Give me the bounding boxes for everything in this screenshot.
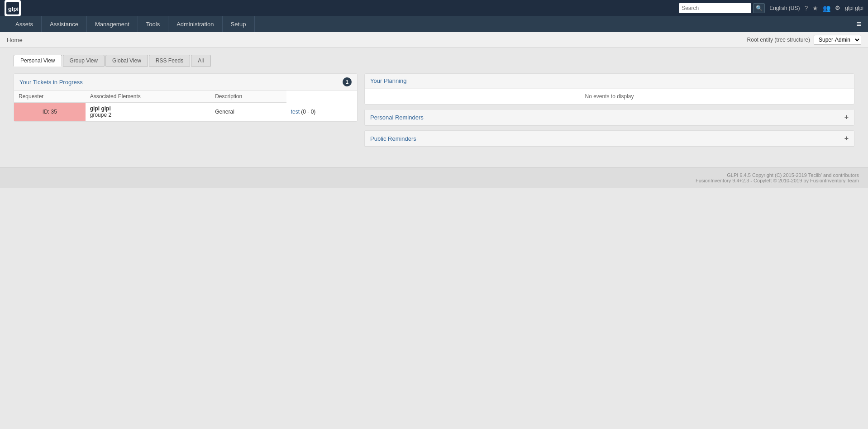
- entity-selector: Root entity (tree structure) Super-Admin: [747, 35, 861, 45]
- tickets-table-head: Requester Associated Elements Descriptio…: [14, 91, 357, 103]
- top-bar: glpi 🔍 English (US) ? ★ 👥 ⚙ glpi glpi: [0, 0, 868, 16]
- search-box: 🔍: [679, 3, 765, 13]
- panels: Your Tickets in Progress 1 Requester Ass…: [14, 73, 854, 152]
- right-section: Your Planning No events to display Perso…: [364, 73, 854, 152]
- nav-bar: Assets Assistance Management Tools Admin…: [0, 16, 868, 32]
- username-label[interactable]: glpi glpi: [845, 5, 863, 11]
- tickets-panel-title: Your Tickets in Progress: [19, 79, 83, 86]
- gear-icon[interactable]: ⚙: [835, 5, 840, 11]
- top-bar-right: 🔍 English (US) ? ★ 👥 ⚙ glpi glpi: [679, 3, 863, 13]
- ticket-requester-name: glpi glpi: [90, 105, 111, 112]
- public-reminders-title: Public Reminders: [370, 135, 416, 142]
- nav-items: Assets Assistance Management Tools Admin…: [7, 16, 255, 32]
- planning-no-events: No events to display: [365, 88, 854, 104]
- content: Personal View Group View Global View RSS…: [0, 48, 868, 158]
- tickets-table-header-row: Requester Associated Elements Descriptio…: [14, 91, 357, 103]
- ticket-id-cell: ID: 35: [14, 103, 86, 121]
- public-reminders-panel: Public Reminders +: [364, 130, 854, 147]
- logo-icon: glpi: [5, 0, 21, 16]
- nav-item-assets[interactable]: Assets: [7, 16, 42, 32]
- ticket-id: ID: 35: [43, 109, 57, 115]
- nav-item-setup[interactable]: Setup: [223, 16, 255, 32]
- breadcrumb-bar: Home Root entity (tree structure) Super-…: [0, 32, 868, 48]
- breadcrumb-home[interactable]: Home: [7, 37, 23, 43]
- tickets-section: Your Tickets in Progress 1 Requester Ass…: [14, 73, 358, 152]
- top-bar-left: glpi: [5, 0, 21, 16]
- entity-dropdown[interactable]: Super-Admin: [814, 35, 861, 45]
- logo[interactable]: glpi: [5, 0, 21, 16]
- people-icon[interactable]: 👥: [823, 5, 830, 12]
- tickets-table: Requester Associated Elements Descriptio…: [14, 91, 357, 121]
- search-input[interactable]: [679, 3, 751, 13]
- nav-item-assistance[interactable]: Assistance: [42, 16, 87, 32]
- svg-text:glpi: glpi: [8, 5, 19, 12]
- col-associated: Associated Elements: [86, 91, 210, 103]
- ticket-description-extra: (0 - 0): [301, 109, 315, 115]
- hamburger-icon[interactable]: ≡: [856, 19, 861, 29]
- table-row: ID: 35 glpi glpi groupe 2 General: [14, 103, 357, 121]
- planning-panel-header: Your Planning: [365, 74, 854, 88]
- footer: GLPI 9.4.5 Copyright (C) 2015-2019 Tecli…: [0, 167, 868, 188]
- help-icon[interactable]: ?: [805, 5, 808, 12]
- ticket-requester-cell: glpi glpi groupe 2: [86, 103, 210, 121]
- ticket-associated-cell: General: [210, 103, 286, 121]
- tickets-panel-header: Your Tickets in Progress 1: [14, 74, 357, 91]
- ticket-requester-group: groupe 2: [90, 112, 111, 118]
- tab-personal-view[interactable]: Personal View: [14, 55, 62, 67]
- tab-all[interactable]: All: [191, 55, 210, 67]
- tab-group-view[interactable]: Group View: [63, 55, 105, 67]
- public-reminders-header[interactable]: Public Reminders +: [365, 131, 854, 147]
- personal-reminders-panel: Personal Reminders +: [364, 109, 854, 126]
- ticket-link[interactable]: test: [291, 109, 300, 115]
- footer-line2: FusionInventory 9.4+2.3 - Copyleft © 201…: [9, 178, 859, 183]
- tickets-panel: Your Tickets in Progress 1 Requester Ass…: [14, 73, 358, 122]
- nav-item-tools[interactable]: Tools: [138, 16, 168, 32]
- personal-reminders-title: Personal Reminders: [370, 114, 424, 121]
- personal-reminders-header[interactable]: Personal Reminders +: [365, 110, 854, 125]
- breadcrumb: Home: [7, 37, 23, 43]
- footer-line1: GLPI 9.4.5 Copyright (C) 2015-2019 Tecli…: [9, 172, 859, 178]
- ticket-description-cell: test (0 - 0): [286, 103, 357, 121]
- planning-panel: Your Planning No events to display: [364, 73, 854, 105]
- nav-item-management[interactable]: Management: [87, 16, 138, 32]
- entity-label: Root entity (tree structure): [747, 37, 810, 43]
- tabs: Personal View Group View Global View RSS…: [14, 55, 854, 67]
- language-label: English (US): [769, 5, 800, 11]
- col-description: Description: [210, 91, 286, 103]
- bookmark-icon[interactable]: ★: [812, 5, 818, 12]
- tickets-badge: 1: [343, 77, 352, 86]
- ticket-associated: General: [215, 109, 234, 115]
- col-requester: Requester: [14, 91, 86, 103]
- search-button[interactable]: 🔍: [753, 3, 765, 13]
- tab-rss-feeds[interactable]: RSS Feeds: [149, 55, 190, 67]
- personal-reminders-add-icon[interactable]: +: [844, 113, 849, 121]
- planning-panel-title: Your Planning: [370, 77, 406, 84]
- nav-item-administration[interactable]: Administration: [168, 16, 222, 32]
- tab-global-view[interactable]: Global View: [105, 55, 148, 67]
- tickets-table-body: ID: 35 glpi glpi groupe 2 General: [14, 103, 357, 121]
- public-reminders-add-icon[interactable]: +: [844, 134, 849, 143]
